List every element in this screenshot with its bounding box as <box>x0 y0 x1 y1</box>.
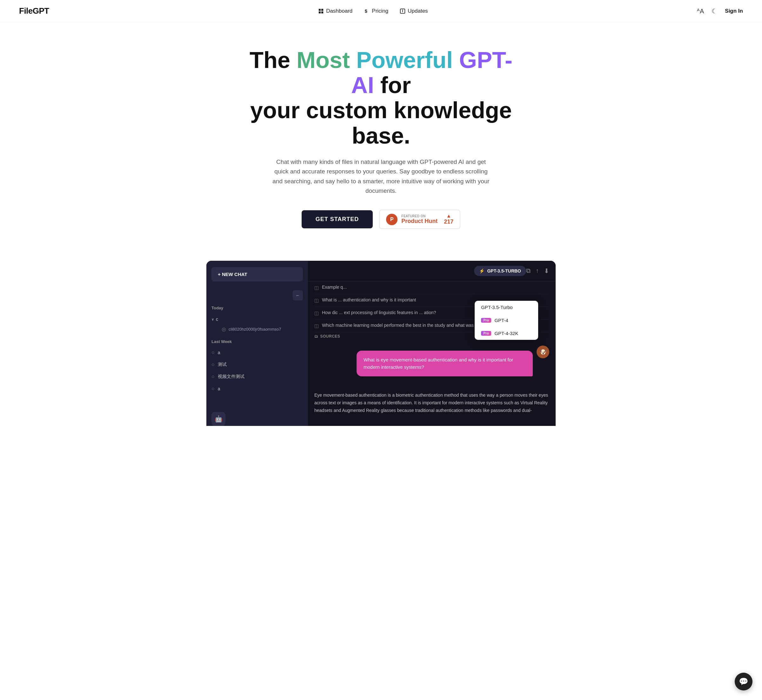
chat-header: ⚡ GPT-3.5-TURBO GPT-3.5-Turbo Pro GPT-4 … <box>308 261 556 281</box>
sidebar-item-0[interactable]: ○ a <box>206 347 308 359</box>
app-preview: + NEW CHAT ← Today ∨ c ◎ cli8020hz0000jr… <box>206 261 556 426</box>
chat-main: ⚡ GPT-3.5-TURBO GPT-3.5-Turbo Pro GPT-4 … <box>308 261 556 426</box>
pro-badge-gpt4-32k: Pro <box>481 331 491 336</box>
info-icon <box>400 8 406 14</box>
ph-votes: ▲ 217 <box>444 213 453 225</box>
nav-pricing[interactable]: $ Pricing <box>364 8 388 14</box>
chat-bubble-icon: ○ <box>211 374 215 380</box>
model-icon: ⚡ <box>479 269 484 273</box>
sidebar-lastweek-label: Last Week <box>206 337 308 347</box>
sidebar-group-c-child[interactable]: ◎ cli8020hz0000jr0fsaommso7 <box>219 323 303 335</box>
question-text-0: Example q... <box>322 284 347 290</box>
hero-cta: GET STARTED P FEATURED ON Product Hunt ▲… <box>13 209 749 229</box>
sidebar-item-1[interactable]: ○ 测试 <box>206 359 308 371</box>
hero-subtitle: Chat with many kinds of files in natural… <box>270 157 492 196</box>
get-started-button[interactable]: GET STARTED <box>301 210 373 228</box>
svg-rect-0 <box>319 9 321 11</box>
logo: FileGPT <box>19 6 49 16</box>
svg-text:$: $ <box>365 9 367 14</box>
back-button[interactable]: ← <box>293 290 303 300</box>
svg-rect-1 <box>321 9 323 11</box>
new-chat-button[interactable]: + NEW CHAT <box>211 267 303 281</box>
grid-icon <box>318 8 324 14</box>
sidebar: + NEW CHAT ← Today ∨ c ◎ cli8020hz0000jr… <box>206 261 308 426</box>
nav-actions: ᴬA ☾ Sign In <box>697 7 743 15</box>
nav-updates[interactable]: Updates <box>400 8 428 14</box>
question-chat-icon: ◫ <box>314 285 319 291</box>
copy-icon[interactable]: ⧉ <box>526 267 531 275</box>
sidebar-group-c: ∨ c ◎ cli8020hz0000jr0fsaommso7 <box>206 313 308 337</box>
sidebar-item-3[interactable]: ○ a <box>206 383 308 395</box>
chat-bubble-icon: ○ <box>211 350 215 355</box>
download-icon[interactable]: ⬇ <box>544 267 549 275</box>
model-option-gpt4[interactable]: Pro GPT-4 <box>475 314 538 327</box>
dark-mode-icon[interactable]: ☾ <box>712 7 717 15</box>
ph-logo: P <box>386 214 398 225</box>
chat-icon: ◎ <box>222 326 226 332</box>
model-dropdown-menu: GPT-3.5-Turbo Pro GPT-4 Pro GPT-4-32K <box>475 301 538 340</box>
question-chat-icon: ◫ <box>314 310 319 316</box>
svg-rect-3 <box>321 11 323 13</box>
ph-featured-label: FEATURED ON <box>401 214 425 218</box>
sidebar-group-c-label[interactable]: ∨ c <box>211 315 303 323</box>
model-option-gpt4-32k[interactable]: Pro GPT-4-32K <box>475 327 538 340</box>
chat-bubble-icon: ○ <box>211 362 215 367</box>
translate-icon[interactable]: ᴬA <box>697 7 704 15</box>
ph-upvote-arrow: ▲ <box>446 213 451 219</box>
question-chat-icon: ◫ <box>314 298 319 303</box>
bot-icon-button[interactable]: 🤖 <box>211 412 225 426</box>
hero-title: The Most Powerful GPT-AI for your custom… <box>238 48 524 148</box>
user-message: What is eye movement-based authenticatio… <box>356 351 533 377</box>
svg-rect-2 <box>319 11 321 13</box>
question-text-1: What is ... authentication and why is it… <box>322 297 416 302</box>
ph-text: FEATURED ON Product Hunt <box>401 214 437 225</box>
question-item-0: ◫ Example q... <box>314 281 549 294</box>
sidebar-item-2[interactable]: ○ 视频文件测试 <box>206 371 308 383</box>
sidebar-today-label: Today <box>206 303 308 313</box>
header-actions: ⧉ ↑ ⬇ <box>526 267 549 275</box>
sources-icon: 🗂 <box>314 334 319 339</box>
ph-vote-count: 217 <box>444 219 453 225</box>
nav-links: Dashboard $ Pricing Updates <box>318 8 428 14</box>
chevron-down-icon: ∨ <box>211 317 214 322</box>
nav-dashboard[interactable]: Dashboard <box>318 8 353 14</box>
model-option-gpt35[interactable]: GPT-3.5-Turbo <box>475 301 538 314</box>
chat-bubble-icon: ○ <box>211 386 215 392</box>
ph-name-label: Product Hunt <box>401 218 437 225</box>
user-avatar: 🐶 <box>537 345 549 358</box>
question-chat-icon: ◫ <box>314 323 319 329</box>
upload-icon[interactable]: ↑ <box>536 267 539 275</box>
ai-response: Eye movement-based authentication is a b… <box>314 386 549 419</box>
question-text-2: How dic ... ext processing of linguistic… <box>322 310 436 315</box>
product-hunt-button[interactable]: P FEATURED ON Product Hunt ▲ 217 <box>379 209 461 229</box>
hero-section: The Most Powerful GPT-AI for your custom… <box>0 22 762 248</box>
pro-badge-gpt4: Pro <box>481 318 491 323</box>
signin-button[interactable]: Sign In <box>725 8 743 14</box>
dollar-icon: $ <box>364 8 370 14</box>
navbar: FileGPT Dashboard $ Pricing Updates ᴬA ☾… <box>0 0 762 22</box>
model-selector[interactable]: ⚡ GPT-3.5-TURBO <box>474 266 526 276</box>
svg-point-7 <box>403 10 403 10</box>
